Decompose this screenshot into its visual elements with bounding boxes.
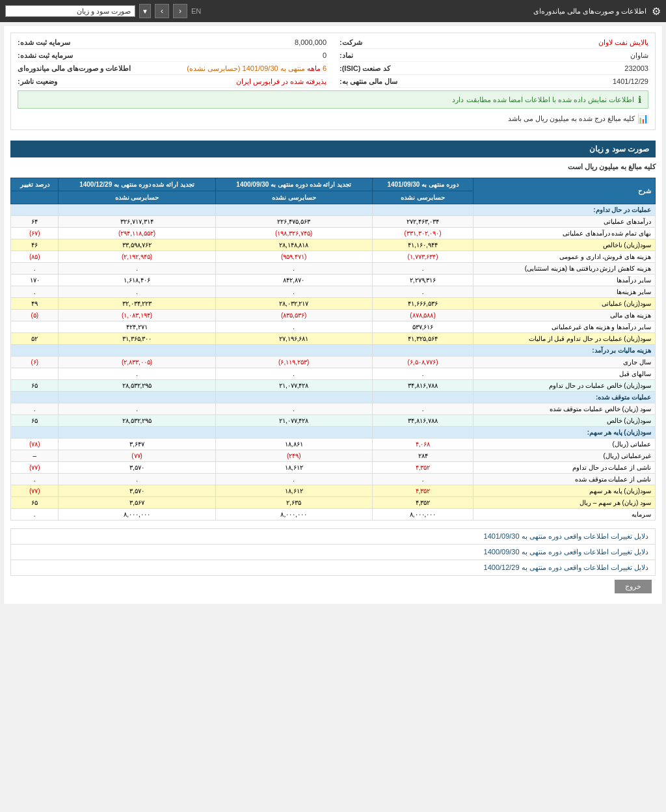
row-label: سود (زیان) خالص عملیات متوقف شده bbox=[473, 403, 656, 415]
row-cell-c4: (۷۷) bbox=[11, 462, 59, 474]
row-cell-c4: – bbox=[11, 450, 59, 462]
dropdown-btn[interactable]: ▼ bbox=[139, 4, 151, 18]
row-cell-c4: . bbox=[11, 263, 59, 275]
row-cell-c1: ۲۷۲,۴۶۳,۰۳۴ bbox=[372, 216, 473, 228]
table-row: سالهای قبل... bbox=[11, 368, 656, 380]
capital-unregistered-item: 0 سرمایه ثبت نشده: bbox=[18, 50, 326, 62]
row-label: ناشی از عملیات در حال تداوم bbox=[473, 462, 656, 474]
row-cell-c2: ۱۸,۶۱۲ bbox=[215, 462, 372, 474]
capital-registered-label: سرمایه ثبت شده: bbox=[18, 38, 70, 47]
row-label: سود(زیان) پایه هر سهم: bbox=[473, 427, 656, 439]
footer-link-item[interactable]: دلایل تغییرات اطلاعات واقعی دوره منتهی ب… bbox=[11, 560, 655, 575]
row-cell-c3: ۳۲,۰۳۴,۲۲۳ bbox=[59, 298, 215, 310]
footer-link-item[interactable]: دلایل تغییرات اطلاعات واقعی دوره منتهی ب… bbox=[11, 545, 655, 560]
row-cell-c3: ۳,۵۷۰ bbox=[59, 485, 215, 497]
row-cell-c3: ۲۸,۵۳۲,۲۹۵ bbox=[59, 415, 215, 427]
row-label: سود(زیان) خالص عملیات در حال تداوم bbox=[473, 380, 656, 392]
row-cell-c2: ۱۸,۸۶۱ bbox=[215, 439, 372, 450]
fiscal-item: 1401/12/29 سال مالی منتهی به: bbox=[340, 76, 648, 88]
table-row: عملیاتی (ریال)۴,۰۶۸۱۸,۸۶۱۳,۶۴۷(۷۸) bbox=[11, 439, 656, 450]
row-cell-c1: ۴,۳۵۲ bbox=[372, 485, 473, 497]
row-cell-c2 bbox=[215, 345, 372, 357]
row-label: هزینه کاهش ارزش دریافتنی ها (هزینه استثن… bbox=[473, 263, 656, 275]
excel-icon: 📊 bbox=[637, 113, 648, 124]
row-cell-c1: ۴,۳۵۲ bbox=[372, 497, 473, 509]
row-cell-c4: ۴۹ bbox=[11, 298, 59, 310]
row-cell-c3 bbox=[59, 345, 215, 357]
fiscal-label: سال مالی منتهی به: bbox=[340, 77, 397, 86]
table-row: عملیات در حال تداوم: bbox=[11, 204, 656, 216]
row-cell-c1: . bbox=[372, 368, 473, 380]
app-title: اطلاعات و صورت‌های مالی میاندوره‌ای bbox=[533, 7, 646, 16]
top-bar-left: EN ‹ › ▼ bbox=[5, 4, 201, 18]
table-row: عملیات متوقف شده: bbox=[11, 392, 656, 403]
row-cell-c2: (۲۴۹) bbox=[215, 450, 372, 462]
row-cell-c2: (۱۹۸,۳۲۶,۷۴۵) bbox=[215, 228, 372, 239]
amounts-note: کلیه مبالغ درج شده به میلیون ریال می باش… bbox=[508, 115, 635, 123]
row-cell-c1 bbox=[372, 345, 473, 357]
row-cell-c1: (۱,۷۷۳,۶۳۴) bbox=[372, 251, 473, 263]
row-cell-c2: . bbox=[215, 403, 372, 415]
settings-icon[interactable]: ⚙ bbox=[652, 5, 661, 18]
row-cell-c2: . bbox=[215, 368, 372, 380]
row-cell-c1: ۴۱,۱۶۰,۹۴۴ bbox=[372, 239, 473, 251]
row-cell-c1: ۴۱,۶۶۶,۵۳۶ bbox=[372, 298, 473, 310]
search-input[interactable] bbox=[5, 5, 135, 17]
row-cell-c2 bbox=[215, 204, 372, 216]
row-cell-c1: ۲,۲۷۹,۳۱۶ bbox=[372, 275, 473, 286]
row-cell-c1: (۳۳۱,۳۰۲,۰۹۰) bbox=[372, 228, 473, 239]
row-cell-c3: (۱,۰۸۳,۱۹۴) bbox=[59, 310, 215, 321]
nav-next-btn[interactable]: › bbox=[155, 4, 169, 18]
fiscal-value: 1401/12/29 bbox=[613, 77, 648, 86]
table-row: سود(زیان) خالص عملیات در حال تداوم۳۴,۸۱۶… bbox=[11, 380, 656, 392]
row-cell-c4: (۷۸) bbox=[11, 439, 59, 450]
col-sharh-header: شرح bbox=[473, 178, 656, 204]
table-row: ناشی از عملیات در حال تداوم۴,۳۵۲۱۸,۶۱۲۳,… bbox=[11, 462, 656, 474]
row-cell-c4 bbox=[11, 368, 59, 380]
row-cell-c1: ۴,۳۵۲ bbox=[372, 462, 473, 474]
row-cell-c1: . bbox=[372, 263, 473, 275]
table-row: سال جاری(۶,۵۰۸,۷۷۶)(۶,۱۱۹,۲۵۳)(۲,۸۳۳,۰۰۵… bbox=[11, 357, 656, 368]
exit-button[interactable]: خروج bbox=[615, 580, 652, 593]
company-info-grid: پالایش نفت لاوان شرکت: 8,000,000 سرمایه … bbox=[18, 37, 648, 88]
row-cell-c3: (۲,۱۹۲,۹۴۵) bbox=[59, 251, 215, 263]
row-cell-c1 bbox=[372, 392, 473, 403]
symbol-value: شاوان bbox=[630, 51, 648, 60]
row-label: هزینه های فروش، اداری و عمومی bbox=[473, 251, 656, 263]
row-cell-c4: ۵۲ bbox=[11, 333, 59, 345]
nav-prev-btn[interactable]: ‹ bbox=[173, 4, 187, 18]
row-cell-c3: . bbox=[59, 474, 215, 485]
footer-link-item[interactable]: دلایل تغییرات اطلاعات واقعی دوره منتهی ب… bbox=[11, 529, 655, 545]
row-cell-c2: . bbox=[215, 321, 372, 333]
col2-header: تجدید ارائه شده دوره منتهی به 1400/09/30 bbox=[215, 178, 372, 191]
capital-registered-value: 8,000,000 bbox=[295, 38, 326, 47]
row-cell-c2: ۲۸,۰۳۲,۲۱۷ bbox=[215, 298, 372, 310]
info-icon: ℹ bbox=[638, 94, 641, 105]
table-row: ناشی از عملیات متوقف شده.... bbox=[11, 474, 656, 485]
row-label: سایر درآمدها bbox=[473, 275, 656, 286]
row-label: سود(زیان) عملیات در حال تداوم قبل از مال… bbox=[473, 333, 656, 345]
row-cell-c3 bbox=[59, 427, 215, 439]
row-cell-c4: ۱۷۰ bbox=[11, 275, 59, 286]
company-info-section: پالایش نفت لاوان شرکت: 8,000,000 سرمایه … bbox=[10, 33, 656, 130]
row-cell-c1: ۳۴,۸۱۶,۷۸۸ bbox=[372, 415, 473, 427]
row-cell-c2: ۸,۰۰۰,۰۰۰ bbox=[215, 509, 372, 521]
table-row: سود(زیان) ناخالص۴۱,۱۶۰,۹۴۴۲۸,۱۴۸,۸۱۸۳۳,۵… bbox=[11, 239, 656, 251]
table-row: هزینه مالیات بر درآمد: bbox=[11, 345, 656, 357]
table-row: سود(زیان) عملیاتی۴۱,۶۶۶,۵۳۶۲۸,۰۳۲,۲۱۷۳۲,… bbox=[11, 298, 656, 310]
row-cell-c2: ۸۴۲,۸۷۰ bbox=[215, 275, 372, 286]
row-label: ناشی از عملیات متوقف شده bbox=[473, 474, 656, 485]
lang-label: EN bbox=[191, 7, 201, 15]
table-row: هزینه های فروش، اداری و عمومی(۱,۷۷۳,۶۳۴)… bbox=[11, 251, 656, 263]
row-cell-c4 bbox=[11, 392, 59, 403]
table-row: سرمایه۸,۰۰۰,۰۰۰۸,۰۰۰,۰۰۰۸,۰۰۰,۰۰۰. bbox=[11, 509, 656, 521]
row-label: سود(زیان) عملیاتی bbox=[473, 298, 656, 310]
row-cell-c1: ۴۱,۳۲۵,۵۶۴ bbox=[372, 333, 473, 345]
table-row: غیرعملیاتی (ریال)۲۸۴(۲۴۹)(۷۷)– bbox=[11, 450, 656, 462]
row-cell-c2: ۲۷,۱۹۶,۶۸۱ bbox=[215, 333, 372, 345]
row-label: عملیات در حال تداوم: bbox=[473, 204, 656, 216]
symbol-label: نماد: bbox=[340, 51, 353, 60]
row-cell-c2: . bbox=[215, 474, 372, 485]
company-name-value: پالایش نفت لاوان bbox=[598, 38, 648, 47]
row-cell-c1: (۶,۵۰۸,۷۷۶) bbox=[372, 357, 473, 368]
